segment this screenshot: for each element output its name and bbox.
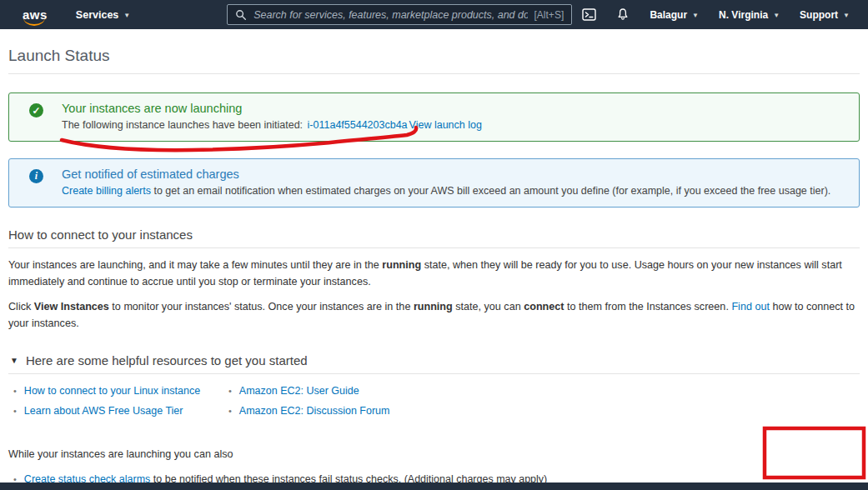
para2-text-4: to them from the Instances screen. bbox=[564, 301, 731, 312]
para2-text-1: Click bbox=[8, 301, 34, 312]
list-item: • Amazon EC2: User Guide bbox=[223, 385, 389, 397]
success-message-text: The following instance launches have bee… bbox=[62, 119, 306, 131]
resources-heading: Here are some helpful resources to get y… bbox=[26, 353, 308, 368]
page-title: Launch Status bbox=[8, 47, 860, 65]
account-menu[interactable]: Balagur ▼ bbox=[650, 9, 699, 21]
resources-divider bbox=[8, 373, 860, 374]
bullet-icon: • bbox=[228, 406, 232, 416]
para2-text-2: to monitor your instances' status. Once … bbox=[109, 301, 414, 312]
resources-collapse-header[interactable]: ▼ Here are some helpful resources to get… bbox=[10, 353, 860, 368]
search-input[interactable] bbox=[253, 9, 527, 21]
region-menu-label: N. Virginia bbox=[719, 9, 768, 21]
find-out-link[interactable]: Find out bbox=[731, 301, 770, 312]
bullet-icon: • bbox=[13, 406, 17, 416]
top-navigation-bar: aws Services ▼ [Alt+S] Balagur bbox=[0, 0, 868, 29]
list-item: • How to connect to your Linux instance bbox=[8, 385, 223, 397]
launch-success-banner: ✓ Your instances are now launching The f… bbox=[8, 92, 860, 142]
connect-section-heading: How to connect to your instances bbox=[8, 228, 860, 242]
info-icon: i bbox=[29, 169, 43, 183]
bullet-icon: • bbox=[228, 386, 232, 396]
para1-bold-running: running bbox=[382, 259, 421, 271]
chevron-down-icon: ▼ bbox=[692, 12, 699, 19]
para1-text: Your instances are launching, and it may… bbox=[8, 259, 382, 271]
title-divider bbox=[8, 73, 860, 74]
bottom-status-bar bbox=[0, 482, 868, 490]
aws-logo-swoosh-icon bbox=[23, 18, 45, 26]
chevron-down-icon: ▼ bbox=[843, 12, 850, 19]
connect-paragraph-2: Click View Instances to monitor your ins… bbox=[8, 299, 860, 332]
info-banner-message: Create billing alerts to get an email no… bbox=[62, 185, 830, 197]
account-menu-label: Balagur bbox=[650, 9, 687, 21]
cloudshell-icon[interactable] bbox=[582, 8, 596, 22]
list-item: • Learn about AWS Free Usage Tier bbox=[8, 405, 223, 417]
info-message-text: to get an email notification when estima… bbox=[151, 185, 830, 197]
bullet-icon: • bbox=[13, 386, 17, 396]
billing-info-banner: i Get notified of estimated charges Crea… bbox=[8, 158, 860, 208]
support-menu-label: Support bbox=[800, 9, 838, 21]
para2-bold-connect: connect bbox=[524, 301, 564, 312]
resources-column-2: • Amazon EC2: User Guide • Amazon EC2: D… bbox=[223, 385, 389, 425]
support-menu[interactable]: Support ▼ bbox=[800, 9, 850, 21]
resources-link-columns: • How to connect to your Linux instance … bbox=[8, 385, 860, 425]
search-icon bbox=[235, 9, 247, 21]
while-section-intro: While your instances are launching you c… bbox=[8, 448, 860, 460]
info-banner-body: Get notified of estimated charges Create… bbox=[62, 168, 830, 197]
free-usage-tier-link[interactable]: Learn about AWS Free Usage Tier bbox=[24, 405, 183, 417]
success-banner-title: Your instances are now launching bbox=[62, 102, 482, 115]
create-billing-alerts-link[interactable]: Create billing alerts bbox=[62, 185, 151, 197]
triangle-down-icon: ▼ bbox=[10, 356, 18, 365]
connect-section-divider bbox=[8, 248, 860, 248]
ec2-discussion-forum-link[interactable]: Amazon EC2: Discussion Forum bbox=[239, 405, 390, 417]
info-banner-title: Get notified of estimated charges bbox=[62, 168, 830, 181]
view-launch-log-link[interactable]: View launch log bbox=[409, 119, 482, 131]
chevron-down-icon: ▼ bbox=[773, 12, 780, 19]
services-menu-label: Services bbox=[76, 9, 118, 21]
list-item: • Amazon EC2: Discussion Forum bbox=[223, 405, 389, 417]
success-banner-body: Your instances are now launching The fol… bbox=[62, 102, 482, 131]
success-banner-message: The following instance launches have bee… bbox=[62, 119, 482, 131]
success-check-icon: ✓ bbox=[29, 103, 43, 118]
instance-id-link[interactable]: i-011a4f5544203cb4a bbox=[308, 119, 408, 131]
aws-logo[interactable]: aws bbox=[23, 8, 48, 22]
ec2-user-guide-link[interactable]: Amazon EC2: User Guide bbox=[239, 385, 359, 397]
connect-paragraph-1: Your instances are launching, and it may… bbox=[8, 258, 860, 290]
search-shortcut-hint: [Alt+S] bbox=[534, 9, 564, 21]
services-menu[interactable]: Services ▼ bbox=[76, 9, 130, 21]
para2-bold-view-instances: View Instances bbox=[34, 301, 109, 312]
para2-bold-running: running bbox=[414, 301, 453, 312]
linux-instance-help-link[interactable]: How to connect to your Linux instance bbox=[24, 385, 200, 397]
chevron-down-icon: ▼ bbox=[123, 12, 130, 19]
top-nav-right-group: Balagur ▼ N. Virginia ▼ Support ▼ bbox=[582, 8, 850, 22]
notifications-bell-icon[interactable] bbox=[616, 8, 630, 22]
resources-column-1: • How to connect to your Linux instance … bbox=[8, 385, 223, 425]
region-menu[interactable]: N. Virginia ▼ bbox=[719, 9, 780, 21]
global-search-box[interactable]: [Alt+S] bbox=[227, 4, 572, 25]
para2-text-3: state, you can bbox=[453, 301, 524, 312]
page-content: Launch Status ✓ Your instances are now l… bbox=[0, 47, 868, 490]
